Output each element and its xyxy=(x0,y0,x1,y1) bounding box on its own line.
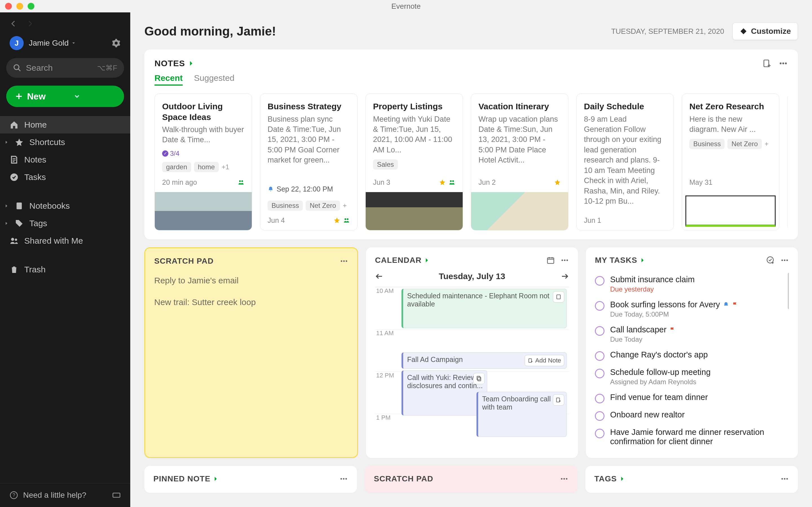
notes-widget-title[interactable]: NOTES xyxy=(154,59,195,68)
event-note-button[interactable] xyxy=(553,394,564,406)
task-checkbox[interactable] xyxy=(595,351,605,361)
minimize-window-button[interactable] xyxy=(16,3,23,10)
note-card[interactable]: Net Zero Research Here is the new diagra… xyxy=(682,94,779,230)
note-card[interactable]: Daily Schedule 8-9 am Lead Generation Fo… xyxy=(576,94,674,230)
tag-chip[interactable]: home xyxy=(194,162,219,172)
tab-recent[interactable]: Recent xyxy=(154,73,183,86)
pinned-note-title[interactable]: PINNED NOTE xyxy=(153,474,219,483)
more-button[interactable] xyxy=(340,474,348,483)
more-button[interactable] xyxy=(560,256,569,265)
scratch-textarea[interactable]: Reply to Jamie's email New trail: Sutter… xyxy=(154,272,348,310)
note-icon xyxy=(10,155,18,164)
more-tags[interactable]: + xyxy=(343,202,347,210)
sidebar-item-notes[interactable]: Notes xyxy=(0,151,130,168)
tag-chip[interactable]: Sales xyxy=(373,159,398,170)
calendar-next-button[interactable] xyxy=(560,272,569,281)
task-checkbox[interactable] xyxy=(595,411,605,421)
task-item[interactable]: Onboard new realtor xyxy=(595,407,789,424)
note-card[interactable]: Property Listings Meeting with Yuki Date… xyxy=(365,94,463,230)
sidebar-item-shared[interactable]: Shared with Me xyxy=(0,232,130,249)
task-item[interactable]: Schedule follow-up meeting Assigned by A… xyxy=(595,364,789,389)
svg-point-33 xyxy=(786,260,788,261)
calendar-event[interactable]: Fall Ad Campaign Add Note xyxy=(402,352,567,369)
note-title: Daily Schedule xyxy=(584,101,666,112)
event-note-button[interactable] xyxy=(553,291,564,302)
task-checkbox[interactable] xyxy=(595,326,605,336)
account-menu[interactable]: Jamie Gold xyxy=(29,39,107,48)
tag-chip[interactable]: Net Zero xyxy=(306,201,340,211)
copy-icon xyxy=(476,376,482,382)
new-button-label: New xyxy=(27,91,69,102)
note-card[interactable]: Business Strategy Business plan sync Dat… xyxy=(260,94,357,230)
task-item[interactable]: Submit insurance claim Due yesterday xyxy=(595,272,789,297)
task-item[interactable]: Change Ray's doctor's app xyxy=(595,347,789,364)
tag-chip[interactable]: Business xyxy=(267,201,303,211)
tasks-title[interactable]: MY TASKS xyxy=(595,256,646,265)
sidebar-item-shortcuts[interactable]: Shortcuts xyxy=(0,133,130,151)
task-item[interactable]: Book surfing lessons for Avery Due Today… xyxy=(595,297,789,322)
more-button[interactable] xyxy=(560,474,568,483)
calendar-event[interactable]: Call with Yuki: Review disclosures and c… xyxy=(402,371,487,415)
new-button-dropdown[interactable] xyxy=(73,93,116,100)
note-card[interactable]: Net Zero Document Net Zero Document Zero… xyxy=(787,94,788,230)
more-button[interactable] xyxy=(340,257,348,265)
new-button[interactable]: New xyxy=(6,86,124,107)
sidebar-item-trash[interactable]: Trash xyxy=(0,261,130,278)
search-input[interactable]: Search ⌥⌘F xyxy=(6,58,124,78)
tag-chip[interactable]: Business xyxy=(689,139,725,149)
sidebar-item-tasks[interactable]: Tasks xyxy=(0,168,130,186)
help-link[interactable]: Need a little help? xyxy=(23,491,86,500)
task-checkbox[interactable] xyxy=(595,276,605,286)
create-note-button[interactable] xyxy=(762,59,771,68)
check-circle-icon xyxy=(10,173,18,182)
add-task-button[interactable] xyxy=(766,256,775,265)
task-checkbox[interactable] xyxy=(595,369,605,378)
more-tags[interactable]: + xyxy=(765,140,769,148)
tags-title[interactable]: TAGS xyxy=(594,474,625,483)
tab-suggested[interactable]: Suggested xyxy=(194,73,234,86)
tag-chip[interactable]: garden xyxy=(162,162,191,172)
more-tags[interactable]: +1 xyxy=(221,163,229,171)
plus-icon xyxy=(15,92,23,101)
sidebar-item-notebooks[interactable]: Notebooks xyxy=(0,197,130,215)
settings-button[interactable] xyxy=(112,39,121,48)
event-note-button[interactable] xyxy=(473,373,485,384)
svg-rect-29 xyxy=(557,398,560,402)
task-checkbox[interactable] xyxy=(595,394,605,403)
tag-chip[interactable]: Net Zero xyxy=(727,139,762,149)
scrollbar[interactable] xyxy=(788,273,789,309)
sidebar-item-home[interactable]: Home xyxy=(0,116,130,133)
sidebar-item-label: Tags xyxy=(29,219,47,228)
calendar-event[interactable]: Team Onboarding call with team xyxy=(476,392,567,437)
keyboard-shortcuts-button[interactable] xyxy=(112,491,121,499)
nav-back-button[interactable] xyxy=(10,20,17,27)
task-item[interactable]: Have Jamie forward me dinner reservation… xyxy=(595,424,789,450)
calendar-widget: CALENDAR Tuesday, July 13 10 AM 11 AM 12… xyxy=(366,247,578,458)
task-checkbox[interactable] xyxy=(595,429,605,438)
task-item[interactable]: Call landscaper Due Today xyxy=(595,322,789,347)
shared-icon xyxy=(343,217,350,224)
calendar-picker-button[interactable] xyxy=(546,256,555,265)
task-checkbox[interactable] xyxy=(595,301,605,311)
calendar-title[interactable]: CALENDAR xyxy=(375,256,430,265)
more-button[interactable] xyxy=(780,256,789,265)
more-button[interactable] xyxy=(780,474,789,483)
maximize-window-button[interactable] xyxy=(28,3,35,10)
add-note-button[interactable]: Add Note xyxy=(525,355,564,366)
task-due: Assigned by Adam Reynolds xyxy=(610,378,789,386)
calendar-prev-button[interactable] xyxy=(375,272,384,281)
avatar[interactable]: J xyxy=(10,36,24,50)
note-card[interactable]: Outdoor Living Space Ideas Walk-through … xyxy=(154,94,252,230)
more-button[interactable] xyxy=(779,59,788,68)
task-item[interactable]: Find venue for team dinner xyxy=(595,389,789,407)
sidebar-item-tags[interactable]: Tags xyxy=(0,215,130,232)
svg-point-3 xyxy=(11,238,14,241)
bell-icon xyxy=(267,186,274,192)
calendar-event[interactable]: Scheduled maintenance - Elephant Room no… xyxy=(402,289,567,328)
nav-forward-button[interactable] xyxy=(26,20,34,27)
svg-point-34 xyxy=(341,478,342,480)
customize-button[interactable]: Customize xyxy=(732,22,798,40)
note-card[interactable]: Vacation Itinerary Wrap up vacation plan… xyxy=(471,94,568,230)
sidebar: J Jamie Gold Search ⌥⌘F New Home xyxy=(0,12,130,507)
close-window-button[interactable] xyxy=(5,3,12,10)
